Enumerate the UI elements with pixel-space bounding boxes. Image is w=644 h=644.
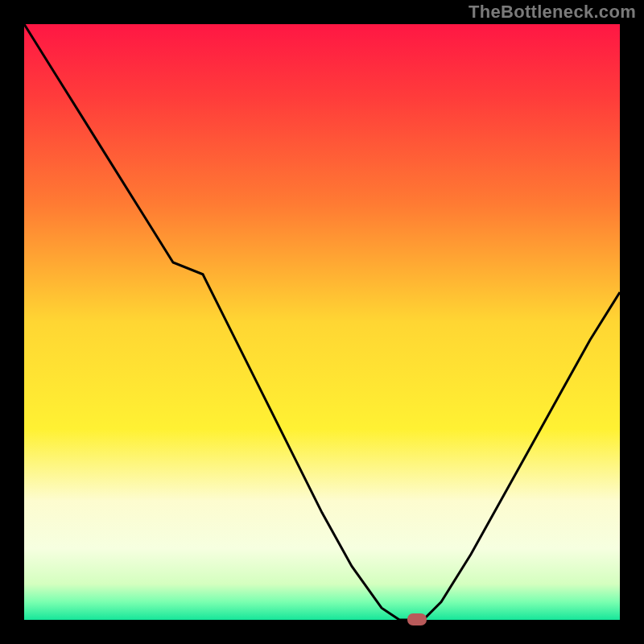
optimum-marker	[407, 613, 427, 625]
bottleneck-plot	[24, 24, 620, 620]
gradient-background	[24, 24, 620, 620]
chart-frame: TheBottleneck.com	[0, 0, 644, 644]
watermark-text: TheBottleneck.com	[469, 2, 636, 23]
